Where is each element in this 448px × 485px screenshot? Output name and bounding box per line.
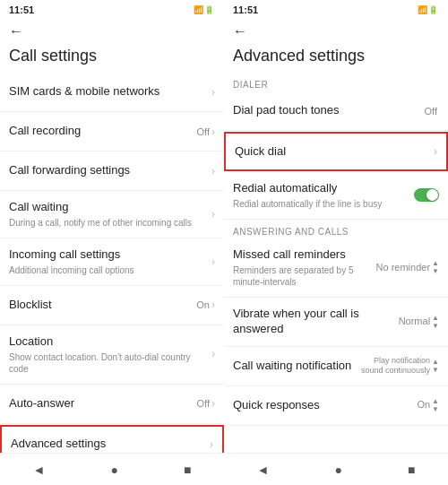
- left-home-nav[interactable]: ●: [110, 463, 117, 477]
- quick-responses-spinner[interactable]: ▲▼: [432, 397, 439, 413]
- advanced-settings-chevron: ›: [210, 438, 213, 451]
- call-waiting-notification-value: Play notification sound continuously: [358, 356, 430, 376]
- dial-pad-tones-value: Off: [425, 106, 437, 117]
- right-time: 11:51: [233, 4, 258, 15]
- call-recording-item[interactable]: Call recording Off ›: [0, 112, 224, 152]
- right-screen: 11:51 📶🔋 ← Advanced settings DIALER Dial…: [224, 0, 448, 485]
- sim-cards-item[interactable]: SIM cards & mobile networks ›: [0, 73, 224, 112]
- auto-answer-chevron: ›: [211, 397, 215, 410]
- redial-auto-item[interactable]: Redial automatically Redial automaticall…: [224, 172, 448, 220]
- blocklist-chevron: ›: [211, 299, 215, 311]
- auto-answer-title: Auto-answer: [9, 396, 197, 411]
- call-recording-value: Off: [197, 126, 210, 137]
- left-status-bar: 11:51 📶🔋: [0, 0, 224, 20]
- call-waiting-notification-title: Call waiting notification: [233, 359, 358, 374]
- right-back-nav[interactable]: ◄: [257, 463, 270, 477]
- vibrate-answered-value: Normal: [399, 316, 430, 327]
- blocklist-value: On: [196, 299, 210, 310]
- redial-auto-subtitle: Redial automatically if the line is busy: [233, 198, 410, 210]
- missed-call-value: No reminder: [376, 262, 431, 273]
- answering-section-label: ANSWERING AND CALLS: [224, 220, 448, 238]
- right-page-title: Advanced settings: [224, 41, 448, 73]
- redial-auto-toggle[interactable]: [414, 188, 439, 202]
- sim-cards-title: SIM cards & mobile networks: [9, 84, 211, 100]
- left-bottom-bar: ◄ ● ■: [0, 453, 224, 485]
- dial-pad-tones-title: Dial pad touch tones: [233, 103, 425, 118]
- missed-call-spinner[interactable]: ▲▼: [432, 259, 439, 275]
- vibrate-answered-spinner[interactable]: ▲▼: [432, 314, 439, 330]
- right-recent-nav[interactable]: ■: [408, 463, 415, 477]
- call-waiting-subtitle: During a call, notify me of other incomi…: [9, 217, 211, 229]
- missed-call-item[interactable]: Missed call reminders Reminders are sepa…: [224, 238, 448, 298]
- right-status-icons: 📶🔋: [418, 5, 439, 14]
- call-waiting-title: Call waiting: [9, 200, 211, 215]
- blocklist-item[interactable]: Blocklist On ›: [0, 286, 224, 325]
- auto-answer-item[interactable]: Auto-answer Off ›: [0, 385, 224, 424]
- redial-auto-title: Redial automatically: [233, 181, 410, 196]
- location-title: Location: [9, 334, 211, 350]
- left-screen: 11:51 📶🔋 ← Call settings SIM cards & mob…: [0, 0, 224, 485]
- vibrate-answered-title: Vibrate when your call is answered: [233, 307, 399, 337]
- advanced-settings-title: Advanced settings: [11, 437, 210, 452]
- dialer-section-label: DIALER: [224, 73, 448, 91]
- sim-cards-chevron: ›: [211, 86, 215, 99]
- quick-responses-title: Quick responses: [233, 398, 417, 413]
- quick-dial-chevron: ›: [434, 145, 437, 158]
- quick-dial-title: Quick dial: [235, 144, 434, 160]
- left-back-button[interactable]: ←: [9, 23, 30, 39]
- left-time: 11:51: [9, 4, 34, 15]
- call-waiting-notification-item[interactable]: Call waiting notification Play notificat…: [224, 347, 448, 386]
- right-top-bar: ←: [224, 20, 448, 41]
- call-forwarding-item[interactable]: Call forwarding settings ›: [0, 152, 224, 191]
- location-subtitle: Show contact location. Don't auto-dial c…: [9, 351, 211, 375]
- left-recent-nav[interactable]: ■: [184, 463, 191, 477]
- left-back-nav[interactable]: ◄: [33, 463, 46, 477]
- call-waiting-item[interactable]: Call waiting During a call, notify me of…: [0, 191, 224, 238]
- quick-dial-item[interactable]: Quick dial ›: [224, 132, 448, 171]
- call-recording-chevron: ›: [211, 126, 215, 138]
- quick-responses-value: On: [417, 399, 430, 411]
- left-top-bar: ←: [0, 20, 224, 41]
- right-settings-list: DIALER Dial pad touch tones Off Quick di…: [224, 73, 448, 453]
- call-forwarding-title: Call forwarding settings: [9, 163, 211, 178]
- call-forwarding-chevron: ›: [211, 165, 215, 178]
- incoming-call-chevron: ›: [211, 255, 215, 268]
- call-waiting-chevron: ›: [211, 208, 215, 221]
- dial-pad-tones-item[interactable]: Dial pad touch tones Off: [224, 91, 448, 131]
- left-settings-list: SIM cards & mobile networks › Call recor…: [0, 73, 224, 453]
- call-waiting-notification-spinner[interactable]: ▲▼: [432, 358, 439, 374]
- auto-answer-value: Off: [197, 398, 210, 409]
- right-status-bar: 11:51 📶🔋: [224, 0, 448, 20]
- quick-responses-item[interactable]: Quick responses On ▲▼: [224, 386, 448, 426]
- incoming-call-title: Incoming call settings: [9, 247, 211, 263]
- left-page-title: Call settings: [0, 41, 224, 73]
- missed-call-title: Missed call reminders: [233, 247, 376, 263]
- blocklist-title: Blocklist: [9, 298, 196, 313]
- missed-call-subtitle: Reminders are separated by 5 minute-inte…: [233, 264, 376, 288]
- right-back-button[interactable]: ←: [233, 23, 254, 39]
- location-item[interactable]: Location Show contact location. Don't au…: [0, 325, 224, 385]
- right-home-nav[interactable]: ●: [334, 463, 341, 477]
- location-chevron: ›: [211, 348, 215, 360]
- advanced-settings-item[interactable]: Advanced settings ›: [0, 425, 224, 453]
- right-bottom-bar: ◄ ● ■: [224, 453, 448, 485]
- incoming-call-item[interactable]: Incoming call settings Additional incomi…: [0, 238, 224, 286]
- vibrate-answered-item[interactable]: Vibrate when your call is answered Norma…: [224, 298, 448, 347]
- left-status-icons: 📶🔋: [194, 5, 215, 14]
- call-recording-title: Call recording: [9, 124, 197, 139]
- incoming-call-subtitle: Additional incoming call options: [9, 264, 211, 276]
